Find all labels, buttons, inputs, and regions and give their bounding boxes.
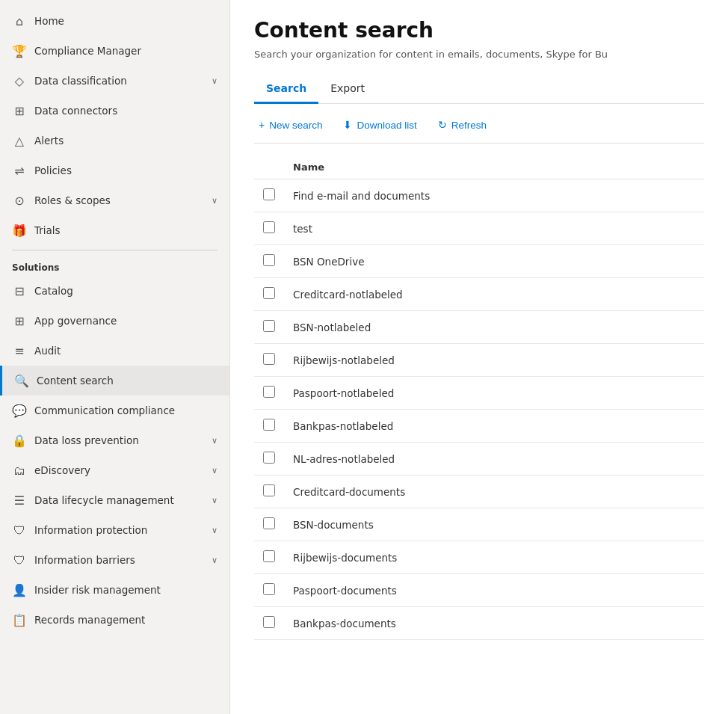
row-name-4: BSN-notlabeled	[284, 311, 704, 344]
row-checkbox-0[interactable]	[263, 188, 275, 200]
chevron-down-icon-ediscovery: ∨	[212, 466, 218, 476]
row-name-13: Bankpas-documents	[284, 607, 704, 640]
table-row: BSN-notlabeled	[254, 311, 704, 344]
compliance-manager-icon: 🏆	[12, 43, 27, 58]
plus-icon: +	[259, 119, 265, 131]
sidebar-item-compliance-manager[interactable]: 🏆Compliance Manager	[0, 36, 229, 66]
chevron-down-icon-information-protection: ∨	[212, 526, 218, 535]
sidebar-item-ediscovery[interactable]: 🗂eDiscovery∨	[0, 455, 229, 485]
sidebar-item-trials[interactable]: 🎁Trials	[0, 215, 229, 245]
row-checkbox-4[interactable]	[263, 320, 275, 332]
tab-search[interactable]: Search	[254, 75, 318, 104]
table-row: NL-adres-notlabeled	[254, 443, 704, 476]
sidebar-item-data-lifecycle[interactable]: ☰Data lifecycle management∨	[0, 485, 229, 515]
sidebar-label-ediscovery: eDiscovery	[34, 464, 204, 476]
alerts-icon: △	[12, 133, 27, 148]
chevron-down-icon-roles-scopes: ∨	[212, 196, 218, 206]
sidebar-item-information-protection[interactable]: 🛡Information protection∨	[0, 515, 229, 545]
row-checkbox-8[interactable]	[263, 452, 275, 464]
sidebar-item-records-management[interactable]: 📋Records management	[0, 605, 229, 635]
main-content: Content search Search your organization …	[230, 0, 728, 714]
sidebar-item-roles-scopes[interactable]: ⊙Roles & scopes∨	[0, 185, 229, 215]
sidebar-item-app-governance[interactable]: ⊞App governance	[0, 306, 229, 336]
home-icon: ⌂	[12, 13, 27, 28]
sidebar-item-data-connectors[interactable]: ⊞Data connectors	[0, 96, 229, 126]
table-row: Bankpas-notlabeled	[254, 410, 704, 443]
sidebar-label-insider-risk: Insider risk management	[34, 584, 218, 596]
row-name-5: Rijbewijs-notlabeled	[284, 344, 704, 377]
sidebar-item-content-search[interactable]: 🔍Content search	[0, 366, 229, 396]
refresh-button[interactable]: ↻ Refresh	[434, 116, 491, 134]
sidebar-label-information-barriers: Information barriers	[34, 554, 204, 566]
row-checkbox-7[interactable]	[263, 419, 275, 431]
information-barriers-icon: 🛡	[12, 553, 27, 567]
row-checkbox-12[interactable]	[263, 583, 275, 595]
table-row: Find e-mail and documents	[254, 179, 704, 212]
download-list-button[interactable]: ⬇ Download list	[339, 116, 421, 134]
page-title: Content search	[254, 18, 704, 43]
chevron-down-icon-information-barriers: ∨	[212, 555, 218, 565]
sidebar-label-roles-scopes: Roles & scopes	[34, 194, 204, 206]
table-row: Paspoort-documents	[254, 574, 704, 607]
row-checkbox-10[interactable]	[263, 517, 275, 529]
sidebar-label-audit: Audit	[34, 345, 218, 357]
sidebar-item-home[interactable]: ⌂Home	[0, 6, 229, 36]
row-name-0: Find e-mail and documents	[284, 179, 704, 212]
sidebar-item-insider-risk[interactable]: 👤Insider risk management	[0, 575, 229, 605]
trials-icon: 🎁	[12, 223, 27, 238]
sidebar-item-data-classification[interactable]: ◇Data classification∨	[0, 66, 229, 96]
page-subtitle: Search your organization for content in …	[254, 49, 704, 60]
sidebar-label-data-classification: Data classification	[34, 75, 204, 87]
catalog-icon: ⊟	[12, 283, 27, 298]
table-row: BSN OneDrive	[254, 245, 704, 278]
sidebar-label-communication-compliance: Communication compliance	[34, 404, 218, 416]
sidebar-label-records-management: Records management	[34, 614, 218, 626]
row-checkbox-5[interactable]	[263, 353, 275, 365]
row-name-3: Creditcard-notlabeled	[284, 278, 704, 311]
chevron-down-icon-data-classification: ∨	[212, 76, 218, 86]
row-name-12: Paspoort-documents	[284, 574, 704, 607]
row-name-11: Rijbewijs-documents	[284, 541, 704, 574]
sidebar-item-policies[interactable]: ⇌Policies	[0, 156, 229, 185]
sidebar-label-data-connectors: Data connectors	[34, 105, 218, 117]
sidebar-item-catalog[interactable]: ⊟Catalog	[0, 276, 229, 306]
sidebar: ⌂Home🏆Compliance Manager◇Data classifica…	[0, 0, 230, 714]
row-name-2: BSN OneDrive	[284, 245, 704, 278]
select-all-header	[254, 156, 284, 179]
row-checkbox-6[interactable]	[263, 386, 275, 398]
sidebar-item-data-loss-prevention[interactable]: 🔒Data loss prevention∨	[0, 425, 229, 455]
sidebar-item-information-barriers[interactable]: 🛡Information barriers∨	[0, 545, 229, 575]
sidebar-item-communication-compliance[interactable]: 💬Communication compliance	[0, 396, 229, 425]
sidebar-label-data-loss-prevention: Data loss prevention	[34, 434, 204, 446]
row-checkbox-13[interactable]	[263, 616, 275, 628]
new-search-button[interactable]: + New search	[254, 116, 327, 134]
sidebar-label-catalog: Catalog	[34, 285, 218, 297]
toolbar: + New search ⬇ Download list ↻ Refresh	[254, 116, 704, 144]
sidebar-label-policies: Policies	[34, 164, 218, 176]
table-row: test	[254, 212, 704, 245]
communication-compliance-icon: 💬	[12, 403, 27, 418]
data-classification-icon: ◇	[12, 73, 27, 88]
data-connectors-icon: ⊞	[12, 103, 27, 118]
sidebar-label-data-lifecycle: Data lifecycle management	[34, 494, 204, 506]
row-checkbox-2[interactable]	[263, 254, 275, 266]
name-column-header: Name	[284, 156, 704, 179]
sidebar-item-audit[interactable]: ≡Audit	[0, 336, 229, 366]
data-lifecycle-icon: ☰	[12, 493, 27, 508]
tab-export[interactable]: Export	[318, 75, 377, 104]
data-loss-prevention-icon: 🔒	[12, 433, 27, 448]
row-name-10: BSN-documents	[284, 508, 704, 541]
row-checkbox-1[interactable]	[263, 221, 275, 233]
information-protection-icon: 🛡	[12, 523, 27, 538]
sidebar-label-content-search: Content search	[37, 375, 218, 387]
app-governance-icon: ⊞	[12, 313, 27, 328]
chevron-down-icon-data-lifecycle: ∨	[212, 496, 218, 505]
sidebar-item-alerts[interactable]: △Alerts	[0, 126, 229, 156]
row-name-7: Bankpas-notlabeled	[284, 410, 704, 443]
row-checkbox-3[interactable]	[263, 287, 275, 299]
row-checkbox-9[interactable]	[263, 484, 275, 496]
sidebar-label-alerts: Alerts	[34, 135, 218, 147]
content-search-icon: 🔍	[14, 373, 29, 388]
table-row: Bankpas-documents	[254, 607, 704, 640]
row-checkbox-11[interactable]	[263, 550, 275, 562]
